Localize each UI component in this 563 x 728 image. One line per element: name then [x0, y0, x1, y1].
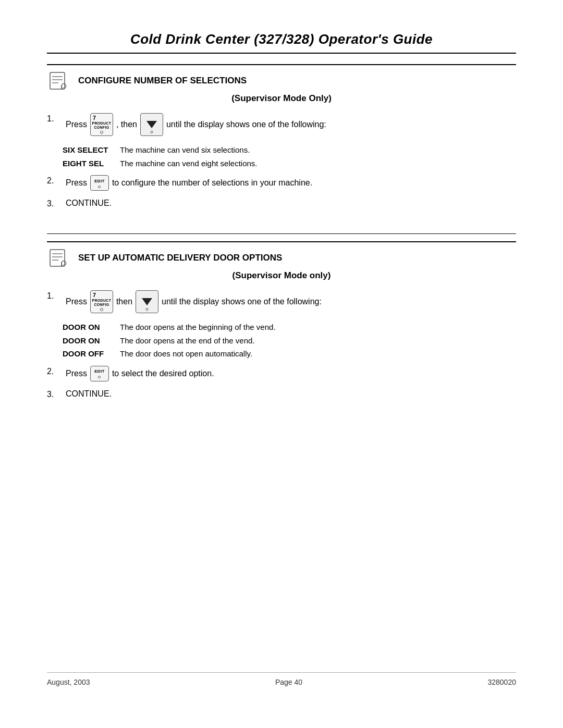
- step-2-configure: 2. Press EDIT to configure the number of…: [47, 175, 516, 191]
- info-label-door-off: DOOR OFF: [63, 347, 120, 361]
- btn-label-2: PRODUCTCONFIG: [92, 299, 112, 306]
- step-press-label-d1: Press: [66, 295, 87, 308]
- step-content-1-configure: Press 7 PRODUCTCONFIG , then until the d…: [66, 113, 326, 136]
- info-label-door-on2: DOOR ON: [63, 334, 120, 348]
- product-button-icon-2[interactable]: 7 PRODUCTCONFIG: [90, 290, 113, 313]
- info-text-door-off: The door does not open automatically.: [120, 347, 252, 361]
- section-header-delivery: Set Up Automatic Delivery Door Options: [47, 241, 516, 268]
- svg-rect-5: [50, 250, 65, 266]
- section-title-configure: Configure Number of Selections: [78, 76, 247, 86]
- step-number-2-delivery: 2.: [47, 366, 62, 376]
- page-footer: August, 2003 Page 40 3280020: [47, 672, 516, 686]
- step-press-label-d2: Press: [66, 367, 87, 380]
- step-content-2-delivery: Press EDIT to select the desired option.: [66, 366, 214, 381]
- arrow-down-icon: [146, 121, 157, 128]
- step-3-delivery: 3. CONTINUE.: [47, 389, 516, 399]
- arrow-dot: [150, 131, 153, 133]
- hand-icon-configure: [47, 70, 72, 91]
- footer-doc-number: 3280020: [487, 678, 516, 686]
- edit-dot: [98, 186, 101, 188]
- step-suffix-1: until the display shows one of the follo…: [166, 118, 326, 131]
- info-line-door-on2: DOOR ON The door opens at the end of the…: [63, 334, 516, 348]
- edit-button-icon-1[interactable]: EDIT: [90, 175, 109, 191]
- info-lines-delivery: DOOR ON The door opens at the beginning …: [63, 320, 516, 361]
- step-suffix-d1: until the display shows one of the follo…: [162, 295, 322, 308]
- step-then-label-1: , then: [116, 118, 137, 131]
- step-content-2-configure: Press EDIT to configure the number of se…: [66, 175, 312, 191]
- arrow-down-button-2[interactable]: [136, 290, 158, 313]
- btn-dot-2: [100, 308, 103, 311]
- info-text-door-on1: The door opens at the beginning of the v…: [120, 320, 276, 334]
- info-line-eight: EIGHT SEL The machine can vend eight sel…: [63, 157, 516, 170]
- info-line-door-off: DOOR OFF The door does not open automati…: [63, 347, 516, 361]
- arrow-dot-2: [146, 308, 149, 311]
- step-2-delivery: 2. Press EDIT to select the desired opti…: [47, 366, 516, 381]
- edit-label-2: EDIT: [94, 368, 104, 375]
- step-content-1-delivery: Press 7 PRODUCTCONFIG then until the dis…: [66, 290, 322, 313]
- section-header-configure: Configure Number of Selections: [47, 64, 516, 91]
- step-3-configure: 3. CONTINUE.: [47, 198, 516, 208]
- step-number-2-configure: 2.: [47, 175, 62, 186]
- step-continue-delivery: CONTINUE.: [66, 389, 112, 399]
- page-title: Cold Drink Center (327/328) Operator's G…: [47, 31, 516, 54]
- svg-rect-0: [50, 72, 65, 89]
- step-continue-configure: CONTINUE.: [66, 199, 112, 208]
- btn-number: 7: [93, 115, 96, 121]
- step-1-delivery: 1. Press 7 PRODUCTCONFIG then until the …: [47, 290, 516, 313]
- step-press-label-2: Press: [66, 177, 87, 189]
- info-lines-configure: SIX SELECT The machine can vend six sele…: [63, 143, 516, 170]
- info-label-six: SIX SELECT: [63, 143, 120, 157]
- step-number-1-configure: 1.: [47, 113, 62, 124]
- arrow-down-button-1[interactable]: [140, 113, 163, 136]
- step-1-configure: 1. Press 7 PRODUCTCONFIG , then until th…: [47, 113, 516, 136]
- info-text-eight: The machine can vend eight selections.: [120, 157, 258, 170]
- section-configure: Configure Number of Selections (Supervis…: [47, 64, 516, 214]
- product-button-icon-1[interactable]: 7 PRODUCTCONFIG: [90, 113, 113, 136]
- btn-number-2: 7: [93, 292, 96, 298]
- section-title-delivery: Set Up Automatic Delivery Door Options: [78, 253, 282, 263]
- footer-date: August, 2003: [47, 678, 90, 686]
- section-divider: [47, 233, 516, 234]
- info-label-door-on1: DOOR ON: [63, 320, 120, 334]
- edit-label: EDIT: [94, 178, 104, 184]
- btn-label: PRODUCTCONFIG: [92, 121, 112, 129]
- info-text-six: The machine can vend six selections.: [120, 143, 250, 157]
- page-container: Cold Drink Center (327/328) Operator's G…: [0, 0, 563, 728]
- section-subheader-delivery: (Supervisor Mode only): [47, 270, 516, 281]
- arrow-down-icon-2: [142, 298, 152, 305]
- step-number-3-delivery: 3.: [47, 389, 62, 399]
- edit-button-icon-2[interactable]: EDIT: [90, 366, 109, 381]
- info-line-door-on1: DOOR ON The door opens at the beginning …: [63, 320, 516, 334]
- step-press-label-1: Press: [66, 118, 87, 131]
- info-text-door-on2: The door opens at the end of the vend.: [120, 334, 255, 348]
- step-number-3-configure: 3.: [47, 198, 62, 208]
- footer-page: Page 40: [275, 678, 302, 686]
- step-suffix-d2: to select the desired option.: [112, 367, 214, 380]
- step-then-label-d1: then: [116, 295, 132, 308]
- section-subheader-configure: (Supervisor Mode Only): [47, 93, 516, 104]
- edit-dot-2: [98, 376, 101, 378]
- step-suffix-2: to configure the number of selections in…: [112, 177, 312, 189]
- step-number-1-delivery: 1.: [47, 290, 62, 301]
- btn-dot: [100, 131, 103, 134]
- info-line-six: SIX SELECT The machine can vend six sele…: [63, 143, 516, 157]
- info-label-eight: EIGHT SEL: [63, 157, 120, 170]
- hand-icon-delivery: [47, 248, 72, 268]
- section-delivery-door: Set Up Automatic Delivery Door Options (…: [47, 241, 516, 404]
